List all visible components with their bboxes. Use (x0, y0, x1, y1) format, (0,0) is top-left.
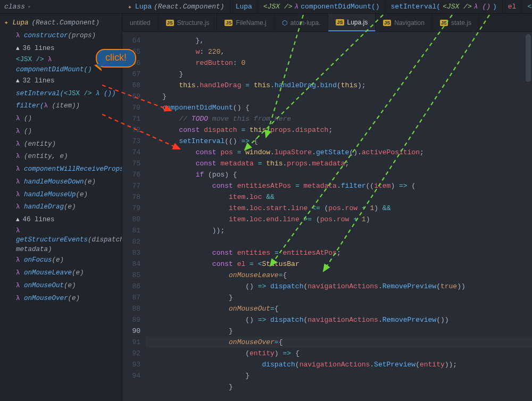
js-icon: JS (166, 20, 174, 26)
sidebar-item-2[interactable]: <JSX /> λcomponentDidMount() (4, 55, 122, 75)
code-line[interactable]: } (146, 69, 532, 80)
warning-icon: ▲ (16, 43, 20, 54)
sidebar-item-8[interactable]: λ (entity) (4, 138, 122, 151)
code-line[interactable]: redButton: 0 (146, 57, 532, 69)
sidebar-item-16[interactable]: λ onFocus(e) (4, 254, 122, 267)
puzzle-icon: ✦ (4, 17, 9, 30)
sidebar-item-7[interactable]: λ () (4, 126, 122, 138)
tab-FileName-j[interactable]: JSFileName.j (217, 14, 274, 31)
code-line[interactable]: if (pos) { (146, 169, 532, 180)
code-line[interactable]: const el = <StatusBar (146, 258, 532, 270)
breadcrumb-item-5[interactable]: <StatusBar /> (522, 0, 532, 13)
code-editor[interactable]: 6465666768697071727374757677787980818283… (122, 32, 532, 401)
breadcrumb-item-3[interactable]: setInterval(<JSX /> λ ()) (386, 0, 503, 13)
code-line[interactable]: onMouseOver={ (146, 337, 532, 348)
breadcrumb-item-1[interactable]: Lupa (230, 0, 258, 13)
sidebar-base-class: (React.Component) (32, 17, 100, 30)
code-line[interactable]: const entitiesAtPos = metadata.filter((i… (146, 180, 532, 191)
tab-Navigation[interactable]: JSNavigation (376, 14, 433, 31)
tab-Lupa-js[interactable]: JSLupa.js (328, 14, 376, 31)
code-line[interactable]: () => dispatch(navigationActions.RemoveP… (146, 281, 532, 292)
code-line[interactable]: setInterval(() => { (146, 136, 532, 147)
line-gutter: 6465666768697071727374757677787980818283… (122, 32, 146, 401)
code-line[interactable]: const entities = entitiesAtPos; (146, 247, 532, 258)
tab-untitled[interactable]: untitled (122, 14, 159, 31)
class-dropdown-label: class (4, 3, 25, 11)
scrollbar-thumb[interactable] (526, 34, 531, 82)
sidebar-item-1[interactable]: ▲36 lines (4, 43, 122, 55)
js-icon: JS (336, 19, 344, 26)
sidebar-item-4[interactable]: setInterval(<JSX /> λ ()) (4, 88, 122, 101)
tab-atom-lupa-[interactable]: ⬡atom-lupa. (275, 14, 329, 31)
sidebar-item-11[interactable]: λ handleMouseDown(e) (4, 176, 122, 189)
code-line[interactable]: } (146, 91, 532, 102)
warning-icon: ▲ (16, 214, 20, 225)
code-line[interactable]: // TODO move this from here (146, 113, 532, 124)
chevron-down-icon: ▾ (27, 4, 30, 10)
sidebar-header[interactable]: ✦ Lupa (React.Component) (4, 17, 122, 30)
code-area[interactable]: }, w: 220, redButton: 0 } this.handleDra… (146, 32, 532, 401)
sidebar-item-6[interactable]: λ () (4, 113, 122, 126)
code-line[interactable]: dispatch(navigationActions.SetPreview(en… (146, 359, 532, 370)
code-line[interactable]: onMouseOut={ (146, 303, 532, 314)
sidebar-item-3[interactable]: ▲32 lines (4, 75, 122, 88)
code-line[interactable]: const dispatch = this.props.dispatch; (146, 124, 532, 136)
js-icon: JS (440, 20, 448, 26)
code-line[interactable]: onMouseLeave={ (146, 270, 532, 281)
tab-state-js[interactable]: JSstate.js (433, 14, 479, 31)
code-line[interactable]: const metadata = this.props.metadata; (146, 158, 532, 169)
sidebar-item-0[interactable]: λ constructor(props) (4, 30, 122, 43)
code-line[interactable]: }, (146, 35, 532, 46)
sidebar-item-18[interactable]: λ onMouseOut(e) (4, 280, 122, 293)
sidebar-item-13[interactable]: λ handleDrag(e) (4, 201, 122, 214)
breadcrumb-item-2[interactable]: <JSX /> λ componentDidMount() (258, 0, 386, 13)
code-line[interactable]: } (146, 325, 532, 337)
sidebar-item-17[interactable]: λ onMouseLeave(e) (4, 267, 122, 280)
sidebar-class-name: Lupa (13, 17, 29, 30)
sidebar: ✦ Lupa (React.Component) λ constructor(p… (0, 14, 122, 401)
sidebar-item-14[interactable]: ▲46 lines (4, 214, 122, 227)
code-line[interactable]: )); (146, 225, 532, 236)
code-line[interactable]: item.loc.end.line >= (pos.row + 1) (146, 214, 532, 225)
js-icon: JS (225, 20, 232, 26)
code-line[interactable]: item.loc && (146, 191, 532, 203)
sidebar-item-15[interactable]: λ getStructureEvents(dispatch, metadata) (4, 227, 122, 255)
code-line[interactable]: (entity) => { (146, 348, 532, 359)
sidebar-item-9[interactable]: λ (entity, e) (4, 151, 122, 163)
breadcrumb-item-4[interactable]: el (503, 0, 522, 13)
code-line[interactable]: const pos = window.lupaStore.getState().… (146, 147, 532, 158)
js-icon: JS (383, 20, 391, 26)
warning-icon: ▲ (16, 76, 20, 87)
sidebar-item-12[interactable]: λ handleMouseUp(e) (4, 189, 122, 202)
code-line[interactable] (146, 236, 532, 247)
tab-bar: untitledJSStructure.jsJSFileName.j⬡atom-… (122, 14, 532, 32)
code-line[interactable]: } (146, 292, 532, 303)
code-line[interactable]: componentDidMount() { (146, 102, 532, 113)
code-line[interactable]: this.handleDrag = this.handleDrag.bind(t… (146, 80, 532, 91)
code-line[interactable]: () => dispatch(navigationActions.RemoveP… (146, 314, 532, 325)
code-line[interactable]: w: 220, (146, 46, 532, 57)
breadcrumb: ✦Lupa (React.Component)Lupa<JSX /> λ com… (122, 0, 532, 14)
breadcrumb-item-0[interactable]: ✦Lupa (React.Component) (122, 0, 230, 13)
code-line[interactable]: item.loc.start.line <= (pos.row + 1) && (146, 203, 532, 214)
tab-Structure-js[interactable]: JSStructure.js (159, 14, 218, 31)
puzzle-icon: ✦ (128, 3, 132, 11)
sidebar-item-19[interactable]: λ onMouseOver(e) (4, 293, 122, 305)
code-line[interactable]: } (146, 370, 532, 381)
sidebar-item-5[interactable]: filter(λ (item)) (4, 100, 122, 113)
sidebar-item-10[interactable]: λ componentWillReceiveProps(n (4, 163, 122, 176)
atom-icon: ⬡ (282, 19, 287, 27)
class-dropdown[interactable]: class ▾ (4, 3, 30, 11)
code-line[interactable]: } (146, 381, 532, 392)
